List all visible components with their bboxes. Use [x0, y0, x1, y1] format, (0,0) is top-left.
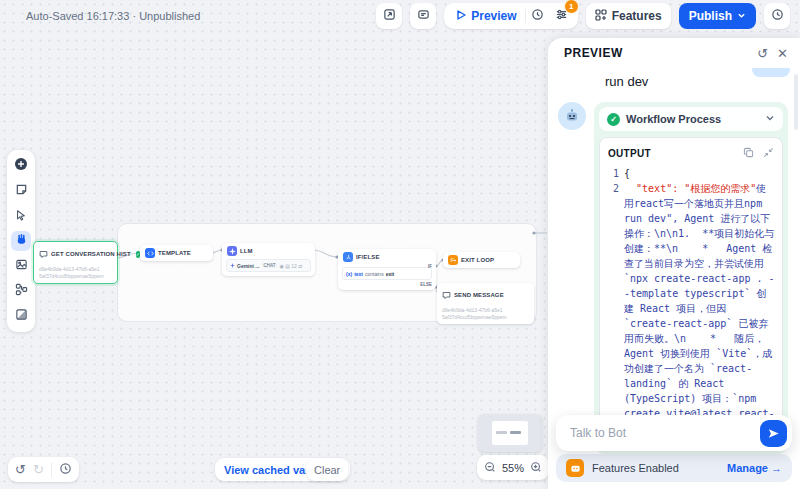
add-node-button[interactable]: [11, 156, 31, 176]
bot-avatar: [558, 102, 586, 130]
condition-value: exit: [386, 271, 395, 277]
undo-icon[interactable]: ↺: [15, 462, 26, 477]
node-send-message[interactable]: SEND MESSAGE d9e4b9da-4d13-47b6-a5e1 5af…: [437, 283, 534, 324]
output-card: OUTPUT 1 { 2 "text": "根据您的需求"使用react写一个落…: [599, 137, 783, 443]
redo-icon[interactable]: ↻: [33, 462, 44, 477]
zoom-in-icon[interactable]: [530, 461, 542, 475]
hand-mode-button[interactable]: [11, 231, 31, 251]
collapse-icon[interactable]: [763, 144, 774, 162]
workflow-process-label: Workflow Process: [626, 113, 759, 125]
user-message: run dev: [605, 74, 648, 89]
plus-circle-icon: [14, 157, 28, 175]
template-icon: [145, 248, 155, 258]
talk-to-bot-input[interactable]: [568, 425, 754, 441]
scrolled-bubble: [752, 68, 790, 77]
workflow-process-toggle[interactable]: ✓ Workflow Process: [599, 107, 783, 131]
api-access-button[interactable]: [376, 3, 402, 29]
split-square-icon: [15, 307, 28, 325]
clear-button[interactable]: Clear: [306, 458, 348, 481]
node-get-conversation-history[interactable]: GET CONVERSATION HIST ✓ d9e4b9da-4d13-47…: [33, 241, 118, 284]
node-title: EXIT LOOP: [461, 257, 494, 263]
llm-model-pill[interactable]: Gemini ... CHAT ◉ ▤ 12 ⇄: [226, 259, 311, 272]
run-history-button[interactable]: [526, 4, 550, 28]
variable-icon: (x): [346, 271, 352, 277]
preview-title: PREVIEW: [564, 46, 748, 60]
play-icon: [456, 9, 466, 23]
code-line-1: {: [624, 166, 776, 181]
add-note-button[interactable]: [11, 181, 31, 201]
pointer-mode-button[interactable]: [11, 206, 31, 226]
canvas-minimap[interactable]: [478, 414, 542, 452]
close-icon[interactable]: ✕: [777, 47, 788, 60]
features-button[interactable]: Features: [586, 3, 671, 29]
chat-bubble-icon: [39, 245, 48, 263]
api-icon: [383, 7, 396, 25]
publish-button[interactable]: Publish: [679, 3, 756, 29]
output-title: OUTPUT: [608, 148, 734, 159]
node-desc-line: 5af37d4ccd5bppemae5ppem: [39, 273, 112, 280]
organize-icon: [15, 282, 28, 300]
node-if-else[interactable]: IF/ELSE IF (x) text contains exit ELSE: [338, 249, 436, 290]
clear-label: Clear: [314, 464, 340, 476]
top-bar: Auto-Saved 16:17:33 · Unpublished Previe…: [0, 0, 800, 32]
history-toolbar: ↺ ↻: [8, 457, 79, 482]
checklist-button[interactable]: 1: [550, 4, 574, 28]
zoom-out-icon[interactable]: [484, 461, 496, 475]
variable-inspect-button[interactable]: [11, 306, 31, 326]
else-branch-label: ELSE: [420, 282, 432, 287]
note-icon: [15, 182, 28, 200]
chevron-down-icon: [765, 113, 775, 125]
env-icon: [417, 7, 430, 25]
llm-extra-icons: ◉ ▤ 12 ⇄: [279, 263, 302, 269]
zoom-level[interactable]: 55%: [502, 462, 524, 474]
cursor-icon: [15, 207, 27, 225]
bot-message-row: ✓ Workflow Process OUTPUT 1: [558, 102, 788, 454]
output-code[interactable]: 1 { 2 "text": "根据您的需求"使用react写一个落地页并且npm…: [600, 165, 782, 443]
clock-rewind-icon: [531, 7, 544, 25]
minimap-viewport[interactable]: [492, 421, 528, 445]
manage-link[interactable]: Manage →: [727, 462, 782, 474]
output-header: OUTPUT: [600, 138, 782, 165]
change-history-icon[interactable]: [59, 461, 72, 479]
env-variables-button[interactable]: [410, 3, 436, 29]
node-title: TEMPLATE: [158, 250, 191, 256]
restart-icon[interactable]: ↺: [757, 47, 768, 60]
manage-label: Manage: [727, 462, 768, 474]
chevron-down-icon: [737, 9, 746, 23]
hand-icon: [15, 232, 28, 250]
version-history-button[interactable]: [764, 3, 790, 29]
node-template[interactable]: TEMPLATE: [140, 245, 213, 261]
sparkle-icon: [230, 263, 235, 269]
preview-button[interactable]: Preview: [448, 9, 524, 23]
node-title: IF/ELSE: [356, 254, 380, 260]
image-icon: [15, 257, 28, 275]
minimap-node: [496, 431, 507, 434]
export-image-button[interactable]: [11, 256, 31, 276]
line-number: 2: [605, 181, 619, 443]
bot-face-icon: [566, 459, 584, 477]
features-label: Features: [612, 9, 662, 23]
node-exit-loop[interactable]: EXIT LOOP: [443, 252, 520, 268]
preview-panel-header: PREVIEW ↺ ✕: [548, 38, 800, 68]
panel-scrollbar[interactable]: [794, 74, 798, 130]
arrow-right-icon: →: [771, 462, 782, 474]
preview-label: Preview: [471, 9, 516, 23]
code-line-2: "text": "根据您的需求"使用react写一个落地页并且npm run d…: [624, 181, 776, 443]
organize-nodes-button[interactable]: [11, 281, 31, 301]
condition-pill[interactable]: (x) text contains exit: [342, 267, 432, 280]
node-title: LLM: [240, 248, 253, 254]
bot-bubble: ✓ Workflow Process OUTPUT 1: [594, 102, 788, 454]
minimap-node: [510, 431, 521, 434]
node-title: SEND MESSAGE: [454, 292, 504, 298]
zoom-toolbar: 55%: [477, 455, 549, 480]
chat-input-bar: [556, 415, 792, 451]
node-llm[interactable]: LLM Gemini ... CHAT ◉ ▤ 12 ⇄: [222, 243, 315, 276]
copy-icon[interactable]: [743, 144, 754, 162]
branch-icon: [343, 252, 353, 262]
llm-mode-badge: CHAT: [262, 263, 278, 268]
features-icon: [595, 9, 607, 24]
canvas-tool-palette: [7, 150, 35, 332]
llm-icon: [227, 246, 237, 256]
send-button[interactable]: [760, 420, 787, 447]
features-enabled-label: Features Enabled: [592, 462, 719, 474]
